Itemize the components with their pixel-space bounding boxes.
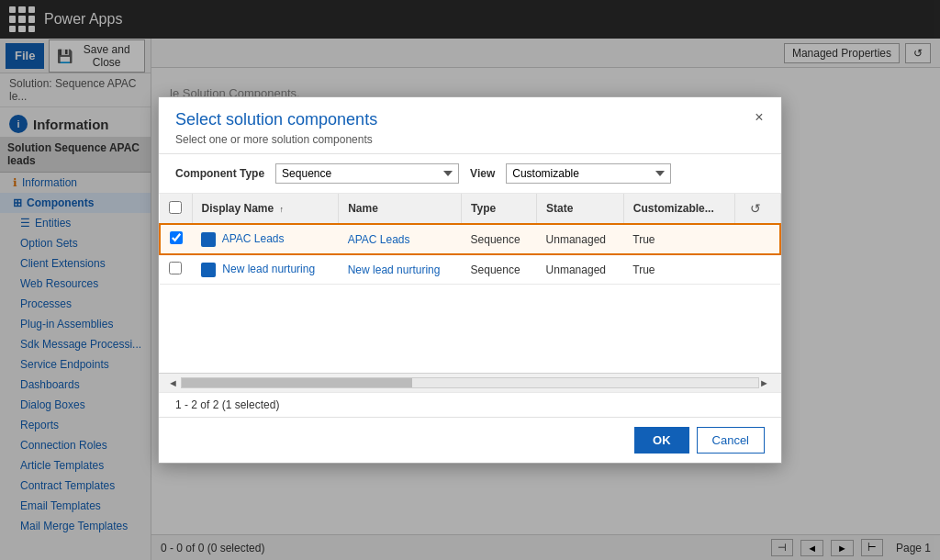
customizable-cell: True (623, 254, 734, 285)
dialog-filters: Component Type Sequence Entity Process W… (159, 154, 781, 194)
dialog-status: 1 - 2 of 2 (1 selected) (159, 392, 781, 417)
name-cell: New lead nurturing (339, 254, 462, 285)
components-table: Display Name ↑ Name Type State Customiza… (159, 194, 781, 285)
table-row[interactable]: New lead nurturing New lead nurturing Se… (160, 254, 780, 285)
name-header[interactable]: Name (339, 194, 462, 224)
type-cell: Sequence (462, 224, 537, 254)
cancel-button[interactable]: Cancel (697, 427, 765, 454)
customizable-header[interactable]: Customizable... (623, 194, 734, 224)
component-type-label: Component Type (175, 167, 264, 180)
component-type-select[interactable]: Sequence Entity Process Web Resource (275, 163, 459, 184)
name-cell: APAC Leads (339, 224, 462, 254)
sort-arrow-up: ↑ (280, 205, 285, 214)
dialog-action-bar: OK Cancel (159, 417, 781, 463)
scroll-right-button[interactable]: ► (759, 377, 772, 388)
display-name-cell: New lead nurturing (192, 254, 339, 285)
display-name-cell: APAC Leads (192, 224, 339, 254)
state-cell: Unmanaged (537, 224, 624, 254)
row-icon (201, 232, 216, 247)
dialog-title: Select solution components (175, 110, 765, 129)
row-2-checkbox[interactable] (169, 262, 182, 274)
horizontal-scrollbar[interactable] (181, 377, 759, 388)
refresh-table-button[interactable]: ↺ (744, 199, 767, 218)
table-row[interactable]: APAC Leads APAC Leads Sequence Unmanaged… (160, 224, 780, 254)
dialog-header: Select solution components Select one or… (159, 97, 781, 154)
main-area: File 💾 Save and Close Solution: Sequence… (0, 39, 940, 560)
row-icon (201, 263, 216, 277)
type-header[interactable]: Type (462, 194, 537, 224)
dialog-subtitle: Select one or more solution components (175, 133, 765, 146)
dialog-overlay: Select solution components Select one or… (0, 0, 940, 560)
select-all-checkbox[interactable] (169, 201, 182, 214)
state-header[interactable]: State (537, 194, 624, 224)
row-1-checkbox[interactable] (170, 231, 183, 244)
customizable-cell: True (623, 224, 734, 254)
type-cell: Sequence (462, 254, 537, 285)
refresh-header[interactable]: ↺ (734, 194, 780, 224)
row-checkbox-cell[interactable] (160, 224, 192, 254)
display-name-value: New lead nurturing (222, 263, 315, 275)
display-name-value: APAC Leads (222, 232, 285, 245)
selection-status: 1 - 2 of 2 (1 selected) (175, 398, 279, 411)
scroll-left-button[interactable]: ◄ (168, 377, 181, 388)
display-name-header[interactable]: Display Name ↑ (192, 194, 339, 224)
state-cell: Unmanaged (537, 254, 624, 285)
dialog-table-area: Display Name ↑ Name Type State Customiza… (159, 194, 781, 373)
row-checkbox-cell[interactable] (160, 254, 192, 285)
select-components-dialog: Select solution components Select one or… (158, 96, 782, 464)
dialog-scrollbar-area: ◄ ► (159, 373, 781, 392)
view-select[interactable]: Customizable All Managed Unmanaged (506, 163, 671, 184)
dialog-close-button[interactable]: × (748, 106, 770, 129)
scrollbar-thumb (182, 378, 412, 387)
ok-button[interactable]: OK (634, 427, 689, 454)
view-label: View (470, 167, 495, 180)
select-all-header[interactable] (160, 194, 192, 224)
